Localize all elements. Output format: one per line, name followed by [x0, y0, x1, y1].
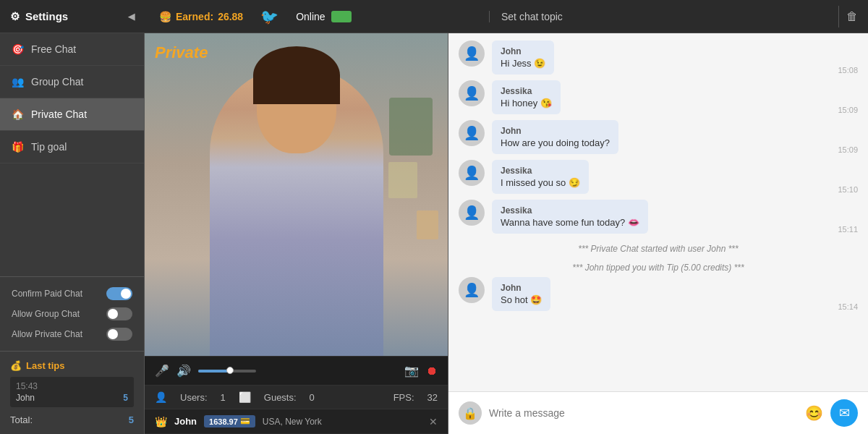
users-label: Users: [180, 392, 208, 403]
allow-private-toggle[interactable] [106, 328, 132, 341]
msg-bubble: John So hot 🤩 [492, 277, 550, 311]
mic-icon[interactable]: 🎤 [155, 364, 169, 378]
earned-badge: 🍔 Earned: 26.88 [159, 11, 243, 22]
total-amount: 5 [129, 414, 134, 425]
msg-sender: Jessika [501, 166, 580, 176]
msg-text: Hi honey 😘 [501, 98, 552, 109]
free-chat-icon: 🎯 [12, 43, 24, 55]
sidebar-item-label-free-chat: Free Chat [31, 43, 76, 55]
sidebar-lasttips: 💰 Last tips 15:43 John 5 Total: 5 [0, 352, 144, 434]
msg-bubble: Jessika Hi honey 😘 [492, 80, 561, 114]
tip-user: John [16, 393, 35, 403]
user-list: 👑 John 1638.97 💳 USA, New York ✕ [145, 409, 448, 434]
topbar: ⚙ Settings ◀ 🍔 Earned: 26.88 🐦 Online Se… [0, 0, 868, 33]
group-chat-icon: 👥 [12, 76, 24, 88]
msg-bubble: John How are you doing today? [492, 120, 618, 154]
earned-value: 26.88 [218, 11, 243, 22]
msg-body: John So hot 🤩 [492, 277, 830, 311]
user-close-button[interactable]: ✕ [429, 416, 438, 427]
volume-thumb [226, 367, 234, 374]
sidebar-item-group-chat[interactable]: 👥 Group Chat [0, 66, 144, 98]
sidebar-item-label-group-chat: Group Chat [31, 76, 83, 88]
message-row: 👤 Jessika Hi honey 😘 15:09 [459, 80, 858, 114]
msg-time: 15:11 [838, 225, 858, 234]
burger-icon: 🍔 [159, 11, 171, 22]
toggle-confirm-paid: Confirm Paid Chat [12, 287, 132, 300]
msg-bubble: Jessika Wanna have some fun today? 👄 [492, 200, 648, 234]
allow-group-label: Allow Group Chat [12, 309, 80, 319]
toggle-allow-group: Allow Group Chat [12, 307, 132, 320]
tip-bottom: John 5 [16, 393, 128, 403]
msg-time: 15:14 [838, 302, 858, 311]
video-panel: Private 🎤 🔊 [145, 33, 448, 434]
msg-body: Jessika Hi honey 😘 [492, 80, 830, 114]
msg-sender: Jessika [501, 205, 639, 216]
send-button[interactable]: ✉ [830, 399, 858, 427]
sidebar-item-private-chat[interactable]: 🏠 Private Chat [0, 98, 144, 131]
user-credits: 1638.97 💳 [204, 415, 255, 427]
msg-sender: Jessika [501, 86, 552, 96]
credits-value: 1638.97 [209, 417, 238, 426]
msg-time: 15:09 [838, 145, 858, 154]
allow-group-toggle[interactable] [106, 307, 132, 320]
msg-time: 15:10 [838, 185, 858, 194]
guests-count: 0 [310, 392, 315, 403]
chat-messages: 👤 John Hi Jess 😉 15:08 👤 Jessika Hi hone… [448, 33, 868, 391]
msg-body: John How are you doing today? [492, 120, 830, 154]
total-label: Total: [10, 414, 33, 425]
msg-text: Wanna have some fun today? 👄 [501, 217, 639, 228]
msg-body: Jessika Wanna have some fun today? 👄 [492, 200, 830, 234]
chat-input[interactable] [489, 407, 798, 419]
settings-section: ⚙ Settings ◀ [0, 10, 145, 23]
camera-icon[interactable]: 📷 [404, 364, 419, 378]
total-row: Total: 5 [10, 412, 134, 425]
topbar-actions: 🗑 [828, 6, 868, 27]
confirm-paid-label: Confirm Paid Chat [12, 289, 82, 299]
send-icon: ✉ [839, 405, 850, 421]
toggle-allow-private: Allow Private Chat [12, 328, 132, 341]
user-row: 👑 John 1638.97 💳 USA, New York ✕ [145, 409, 448, 434]
chat-topic-bar: Set chat topic [489, 11, 828, 22]
msg-text: Hi Jess 😉 [501, 58, 545, 69]
chat-topic-text: Set chat topic [501, 11, 563, 22]
avatar: 👤 [459, 160, 485, 186]
volume-slider[interactable] [198, 370, 256, 373]
credits-icon: 💳 [240, 417, 250, 426]
trash-icon[interactable]: 🗑 [846, 10, 858, 23]
record-icon[interactable]: ⏺ [426, 365, 438, 378]
msg-bubble: Jessika I missed you so 😏 [492, 160, 589, 194]
users-count: 1 [221, 392, 226, 403]
tip-time: 15:43 [16, 381, 128, 391]
msg-text: I missed you so 😏 [501, 177, 580, 188]
emoji-button[interactable]: 😊 [805, 404, 823, 422]
sidebar-item-free-chat[interactable]: 🎯 Free Chat [0, 33, 144, 66]
system-message: *** John tipped you with Tip (5.00 credi… [459, 258, 858, 277]
user-name: John [174, 416, 197, 427]
chat-panel: 👤 John Hi Jess 😉 15:08 👤 Jessika Hi hone… [448, 33, 868, 434]
gear-icon: ⚙ [10, 10, 20, 23]
sidebar-item-tip-goal[interactable]: 🎁 Tip goal [0, 131, 144, 163]
twitter-icon: 🐦 [260, 8, 278, 25]
message-row: 👤 John So hot 🤩 15:14 [459, 277, 858, 311]
settings-label: Settings [25, 10, 68, 22]
guests-label: Guests: [264, 392, 297, 403]
message-row: 👤 Jessika I missed you so 😏 15:10 [459, 160, 858, 194]
crown-icon: 👑 [155, 416, 167, 427]
msg-text: How are you doing today? [501, 137, 610, 148]
chat-input-avatar: 🔒 [459, 401, 482, 425]
user-stat-icon: 👤 [155, 391, 167, 403]
avatar: 👤 [459, 41, 485, 67]
volume-icon[interactable]: 🔊 [176, 364, 191, 378]
msg-sender: John [501, 126, 610, 136]
video-label: Private [155, 43, 208, 62]
msg-time: 15:08 [838, 66, 858, 75]
confirm-paid-toggle[interactable] [106, 287, 132, 300]
sidebar-nav: 🎯 Free Chat 👥 Group Chat 🏠 Private Chat … [0, 33, 144, 276]
avatar: 👤 [459, 80, 485, 106]
msg-sender: John [501, 46, 545, 56]
sidebar-item-label-tip-goal: Tip goal [31, 141, 67, 153]
chat-input-bar: 🔒 😊 ✉ [448, 391, 868, 434]
message-row: 👤 John Hi Jess 😉 15:08 [459, 41, 858, 75]
collapse-arrow-icon[interactable]: ◀ [128, 12, 135, 22]
toggle-thumb [121, 289, 131, 299]
